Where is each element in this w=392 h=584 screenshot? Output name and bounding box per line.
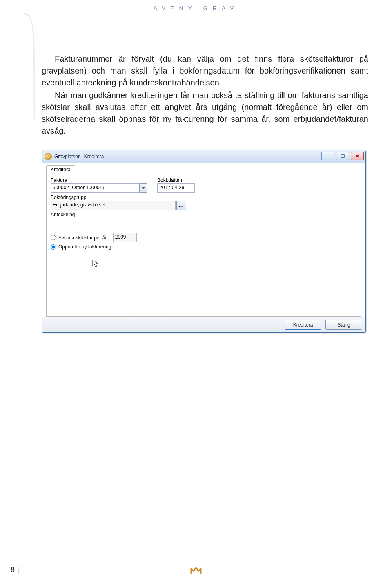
- label-bokforingsgrupp: Bokföringsgrupp: [51, 195, 357, 200]
- paragraph-1: Fakturanummer är förvalt (du kan välja o…: [42, 53, 368, 89]
- field-faktura: Faktura 900002 (Order 100001): [51, 177, 147, 193]
- faktura-dropdown-button[interactable]: [139, 183, 147, 193]
- svg-rect-1: [341, 155, 344, 157]
- label-bokfdatum: Bokf.datum: [157, 177, 195, 183]
- avsluta-year: 2009: [113, 233, 137, 242]
- footer-divider: [11, 563, 381, 563]
- bokforingsgrupp-browse-button[interactable]: …: [176, 201, 186, 210]
- body-text: Fakturanummer är förvalt (du kan välja o…: [42, 53, 368, 333]
- decorative-curve: [23, 13, 37, 119]
- button-bar: Kreditera Stäng: [42, 317, 365, 332]
- window-buttons: [321, 152, 364, 160]
- radio-oppna-line: Öppna för ny fakturering: [51, 244, 357, 250]
- top-divider: [11, 13, 381, 15]
- svg-marker-4: [142, 187, 145, 189]
- footer: 8|: [11, 563, 381, 574]
- minimize-icon: [326, 154, 330, 158]
- close-button[interactable]: [351, 152, 364, 160]
- dialog-window: Gravplatser - Kreditera Kreditera: [42, 150, 366, 333]
- field-bokforingsgrupp: Bokföringsgrupp Erbjudande, gravskötsel …: [51, 195, 357, 210]
- radio-avsluta-label: Avsluta skötslar per år:: [58, 235, 108, 241]
- tab-kreditera[interactable]: Kreditera: [46, 165, 75, 174]
- label-faktura: Faktura: [51, 177, 147, 183]
- maximize-icon: [341, 154, 345, 158]
- radio-oppna[interactable]: [51, 244, 56, 250]
- tab-page: Faktura 900002 (Order 100001) Bokf.datum…: [46, 174, 361, 317]
- chevron-down-icon: [142, 187, 145, 190]
- close-icon: [355, 154, 359, 158]
- field-anteckning: Anteckning: [51, 212, 357, 227]
- radio-oppna-label: Öppna för ny fakturering: [58, 244, 111, 250]
- radio-group: Avsluta skötslar per år: 2009 Öppna för …: [51, 233, 357, 250]
- field-bokfdatum: Bokf.datum 2012-04-29: [157, 177, 195, 193]
- faktura-combo[interactable]: 900002 (Order 100001): [51, 183, 147, 193]
- radio-avsluta-line: Avsluta skötslar per år: 2009: [51, 233, 357, 242]
- minimize-button[interactable]: [321, 152, 334, 160]
- paragraph-2: När man godkänner krediteringen får man …: [42, 90, 368, 137]
- radio-avsluta[interactable]: [51, 235, 56, 240]
- faktura-value[interactable]: 900002 (Order 100001): [51, 183, 139, 193]
- running-head: AVENY GRAV: [0, 5, 392, 11]
- kreditera-button[interactable]: Kreditera: [285, 320, 321, 330]
- bokforingsgrupp-value: Erbjudande, gravskötsel: [51, 201, 176, 210]
- label-anteckning: Anteckning: [51, 212, 357, 217]
- titlebar[interactable]: Gravplatser - Kreditera: [42, 150, 365, 163]
- anteckning-input[interactable]: [51, 218, 185, 227]
- document-page: AVENY GRAV Fakturanummer är förvalt (du …: [0, 0, 392, 584]
- ellipsis-icon: …: [179, 203, 184, 208]
- maximize-button[interactable]: [336, 152, 349, 160]
- app-icon: [45, 153, 52, 160]
- bokfdatum-input[interactable]: 2012-04-29: [157, 183, 195, 193]
- stang-button[interactable]: Stäng: [325, 320, 362, 330]
- tabbar: Kreditera: [46, 165, 361, 174]
- cursor-icon: [92, 259, 100, 268]
- footer-logo-icon: [190, 567, 202, 575]
- window-title: Gravplatser - Kreditera: [54, 154, 104, 159]
